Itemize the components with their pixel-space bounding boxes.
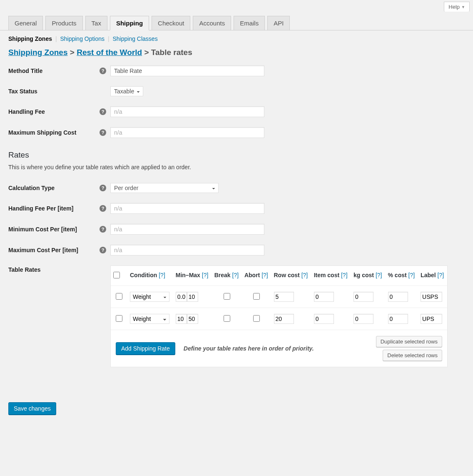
label-input[interactable]	[421, 292, 442, 302]
save-changes-button[interactable]: Save changes	[8, 402, 56, 415]
max-per-item-label: Maximum Cost Per [item]	[8, 247, 78, 253]
tax-status-select[interactable]: Taxable	[110, 86, 143, 96]
chevron-down-icon: ▼	[461, 5, 465, 9]
table-footer-note: Define your table rates here in order of…	[179, 345, 372, 352]
max-per-item-input[interactable]	[110, 245, 264, 256]
pct-cost-input[interactable]	[388, 292, 408, 302]
help-label: Help	[448, 4, 460, 10]
subtab-shipping-options[interactable]: Shipping Options	[60, 35, 105, 42]
help-icon[interactable]: ?	[100, 129, 106, 136]
max-input[interactable]	[187, 292, 198, 302]
help-link[interactable]: [?]	[261, 272, 268, 278]
min-per-item-input[interactable]	[110, 224, 264, 235]
breadcrumb-zones-link[interactable]: Shipping Zones	[8, 48, 68, 57]
tab-products[interactable]: Products	[45, 16, 82, 30]
rates-description: This is where you define your table rate…	[8, 164, 465, 170]
tab-checkout[interactable]: Checkout	[152, 16, 190, 30]
row-cost-input[interactable]	[274, 292, 294, 302]
method-title-label: Method Title	[8, 68, 42, 74]
add-shipping-rate-button[interactable]: Add Shipping Rate	[116, 342, 175, 355]
help-link[interactable]: [?]	[202, 272, 209, 278]
breadcrumb-zone-link[interactable]: Rest of the World	[77, 48, 142, 57]
table-row: Weight	[111, 286, 447, 308]
handling-fee-input[interactable]	[110, 106, 264, 117]
row-checkbox[interactable]	[116, 315, 122, 322]
rates-heading: Rates	[8, 150, 465, 160]
delete-rows-button[interactable]: Delete selected rows	[383, 350, 442, 361]
tax-status-label: Tax Status	[8, 88, 37, 95]
table-row: Weight	[111, 308, 447, 330]
min-input[interactable]	[176, 292, 187, 302]
subtab-shipping-zones[interactable]: Shipping Zones	[8, 35, 52, 42]
breadcrumb-current: Table rates	[151, 48, 192, 57]
abort-checkbox[interactable]	[253, 315, 260, 322]
select-all-checkbox[interactable]	[113, 272, 120, 278]
calc-type-label: Calculation Type	[8, 185, 55, 191]
help-icon[interactable]: ?	[100, 226, 106, 233]
pct-cost-input[interactable]	[388, 314, 408, 324]
help-link[interactable]: [?]	[438, 272, 444, 278]
help-link[interactable]: [?]	[159, 272, 165, 278]
help-icon[interactable]: ?	[100, 247, 106, 253]
handling-fee-label: Handling Fee	[8, 108, 45, 115]
label-input[interactable]	[421, 314, 442, 324]
tab-api[interactable]: API	[267, 16, 290, 30]
help-link[interactable]: [?]	[232, 272, 239, 278]
min-input[interactable]	[176, 314, 187, 324]
handling-per-item-label: Handling Fee Per [item]	[8, 205, 73, 212]
duplicate-rows-button[interactable]: Duplicate selected rows	[376, 336, 442, 347]
help-tab[interactable]: Help ▼	[444, 2, 470, 12]
max-input[interactable]	[187, 314, 198, 324]
max-ship-cost-input[interactable]	[110, 127, 264, 138]
help-icon[interactable]: ?	[100, 68, 106, 74]
row-checkbox[interactable]	[116, 293, 122, 300]
kg-cost-input[interactable]	[354, 314, 373, 324]
kg-cost-input[interactable]	[354, 292, 373, 302]
handling-per-item-input[interactable]	[110, 203, 264, 214]
help-icon[interactable]: ?	[100, 205, 106, 212]
subtab-shipping-classes[interactable]: Shipping Classes	[112, 35, 157, 42]
tab-tax[interactable]: Tax	[85, 16, 107, 30]
method-title-input[interactable]	[110, 65, 264, 76]
tab-accounts[interactable]: Accounts	[193, 16, 231, 30]
item-cost-input[interactable]	[314, 314, 334, 324]
help-link[interactable]: [?]	[341, 272, 348, 278]
row-cost-input[interactable]	[274, 314, 294, 324]
help-link[interactable]: [?]	[376, 272, 382, 278]
help-link[interactable]: [?]	[408, 272, 415, 278]
help-link[interactable]: [?]	[301, 272, 308, 278]
tab-emails[interactable]: Emails	[234, 16, 265, 30]
help-icon[interactable]: ?	[100, 185, 106, 191]
condition-select[interactable]: Weight	[130, 314, 169, 324]
max-ship-cost-label: Maximum Shipping Cost	[8, 129, 76, 136]
min-per-item-label: Minimum Cost Per [item]	[8, 226, 77, 233]
table-rates-label: Table Rates	[8, 266, 41, 273]
break-checkbox[interactable]	[224, 315, 230, 322]
tab-shipping[interactable]: Shipping	[110, 16, 149, 30]
item-cost-input[interactable]	[314, 292, 334, 302]
abort-checkbox[interactable]	[253, 293, 260, 300]
tab-general[interactable]: General	[8, 16, 43, 30]
calc-type-select[interactable]: Per order	[110, 183, 219, 193]
condition-select[interactable]: Weight	[130, 292, 169, 302]
help-icon[interactable]: ?	[100, 108, 106, 115]
breadcrumb: Shipping Zones > Rest of the World > Tab…	[0, 46, 473, 61]
break-checkbox[interactable]	[224, 293, 230, 300]
